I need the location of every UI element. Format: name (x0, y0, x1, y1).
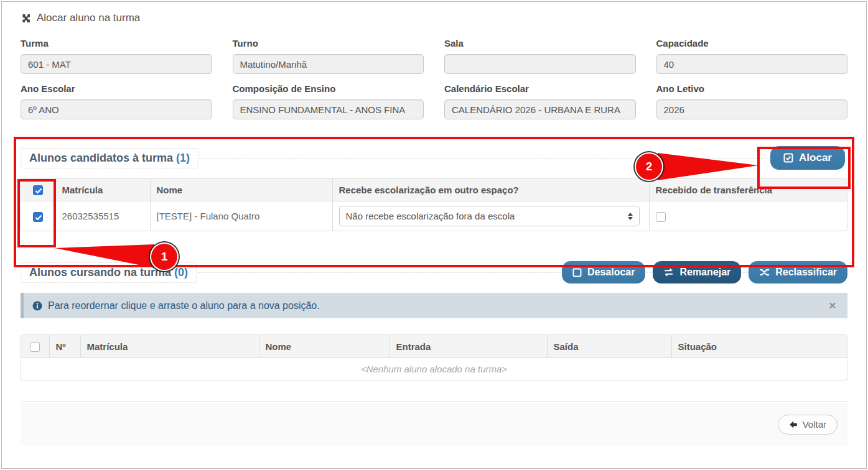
select-updown-icon (628, 213, 633, 220)
select-all-checkbox[interactable] (33, 185, 43, 195)
field-turma-input[interactable] (21, 54, 212, 74)
col-saida: Saída (547, 335, 671, 358)
col-matricula2: Matrícula (80, 335, 259, 358)
candidate-checkbox[interactable] (33, 212, 43, 222)
field-sala: Sala (444, 38, 636, 74)
alocar-button[interactable]: Alocar (770, 146, 845, 170)
col-entrada: Entrada (390, 335, 547, 358)
candidate-checkbox-cell (21, 201, 55, 231)
candidates-section-header: Alunos candidatos à turma (1) Alocar (21, 145, 847, 170)
reclassificar-button[interactable]: Reclassificar (749, 261, 847, 283)
close-icon[interactable]: ✕ (828, 300, 839, 311)
reclassificar-button-label: Reclassificar (775, 267, 837, 278)
col-nome2: Nome (259, 335, 390, 358)
field-composicao: Composição de Ensino (233, 83, 424, 119)
field-composicao-label: Composição de Ensino (233, 83, 424, 94)
field-capacidade-input[interactable] (656, 54, 848, 74)
footer-bar: Voltar (21, 403, 847, 446)
field-capacidade: Capacidade (656, 38, 848, 74)
select-all-header-cell (21, 178, 55, 201)
field-capacidade-label: Capacidade (656, 38, 848, 48)
candidates-count: (1) (176, 152, 190, 164)
info-icon (32, 301, 42, 311)
candidate-transfer-cell (649, 201, 847, 231)
field-calendario: Calendário Escolar (444, 83, 636, 119)
remanejar-button[interactable]: Remanejar (653, 261, 741, 283)
shuffle-icon (759, 268, 770, 277)
candidate-escolarizacao-cell: Não recebe escolarização fora da escola (332, 201, 649, 231)
field-turma: Turma (21, 38, 212, 74)
current-students-table: Nº Matrícula Nome Entrada Saída Situação… (21, 334, 847, 380)
transfer-checkbox[interactable] (656, 212, 666, 222)
current-legend: Alunos cursando na turma (0) (21, 262, 197, 283)
empty-row: <Nenhum aluno alocado na turma> (21, 358, 847, 380)
allocate-student-panel: Alocar aluno na turma Turma Turno Sala C… (1, 1, 867, 469)
candidate-nome: [TESTE] - Fulano Quatro (150, 201, 332, 231)
field-turno: Turno (233, 38, 424, 74)
desalocar-button-label: Desalocar (587, 267, 635, 278)
field-ano-letivo-label: Ano Letivo (656, 83, 848, 94)
candidate-matricula: 26032535515 (55, 201, 150, 231)
footer-divider (21, 401, 847, 402)
reorder-info-bar: Para reordernar clique e arraste o aluno… (21, 293, 847, 318)
col-nome: Nome (150, 178, 332, 201)
field-ano-letivo-input[interactable] (656, 99, 848, 119)
swap-arrows-icon (663, 268, 674, 277)
escolarizacao-select[interactable]: Não recebe escolarização fora da escola (339, 206, 640, 226)
candidate-row: 26032535515 [TESTE] - Fulano Quatro Não … (21, 201, 847, 231)
class-info-form: Turma Turno Sala Capacidade Ano Escolar … (21, 38, 847, 119)
current-select-all-cell (21, 335, 49, 358)
current-count: (0) (174, 266, 188, 279)
field-ano-escolar-label: Ano Escolar (21, 83, 212, 94)
reorder-info-text: Para reordernar clique e arraste o aluno… (48, 300, 320, 311)
candidates-legend: Alunos candidatos à turma (1) (21, 148, 198, 168)
page-header: Alocar aluno na turma (21, 12, 847, 24)
field-ano-letivo: Ano Letivo (656, 83, 848, 119)
col-transferencia: Recebido de transferência (649, 178, 847, 201)
check-square-icon (783, 153, 793, 163)
col-situacao: Situação (671, 335, 847, 358)
field-sala-input[interactable] (444, 54, 636, 74)
field-sala-label: Sala (444, 38, 636, 48)
current-select-all-checkbox[interactable] (30, 342, 40, 352)
arrow-left-icon (789, 420, 798, 429)
candidates-title: Alunos candidatos à turma (29, 152, 173, 164)
field-composicao-input[interactable] (233, 99, 424, 119)
field-ano-escolar: Ano Escolar (21, 83, 212, 119)
page-title: Alocar aluno na turma (37, 12, 140, 24)
empty-message: <Nenhum aluno alocado na turma> (21, 358, 847, 380)
field-turno-input[interactable] (233, 54, 424, 74)
alocar-button-label: Alocar (799, 152, 832, 164)
current-section-header: Alunos cursando na turma (0) Desalocar R… (21, 260, 847, 285)
square-outline-icon (572, 268, 582, 277)
field-turma-label: Turma (21, 38, 212, 48)
escolarizacao-select-value: Não recebe escolarização fora da escola (346, 211, 515, 221)
field-turno-label: Turno (233, 38, 424, 48)
field-calendario-input[interactable] (444, 99, 636, 119)
field-ano-escolar-input[interactable] (21, 99, 212, 119)
voltar-button-label: Voltar (803, 419, 826, 430)
voltar-button[interactable]: Voltar (778, 415, 838, 435)
field-calendario-label: Calendário Escolar (444, 83, 636, 94)
remanejar-button-label: Remanejar (679, 267, 730, 278)
col-escolarizacao: Recebe escolarização em outro espaço? (332, 178, 649, 201)
desalocar-button[interactable]: Desalocar (562, 261, 646, 283)
current-title: Alunos cursando na turma (29, 266, 171, 279)
puzzle-piece-icon (21, 13, 31, 24)
col-numero: Nº (49, 335, 80, 358)
candidates-table: Matrícula Nome Recebe escolarização em o… (21, 178, 847, 231)
col-matricula: Matrícula (55, 178, 150, 201)
